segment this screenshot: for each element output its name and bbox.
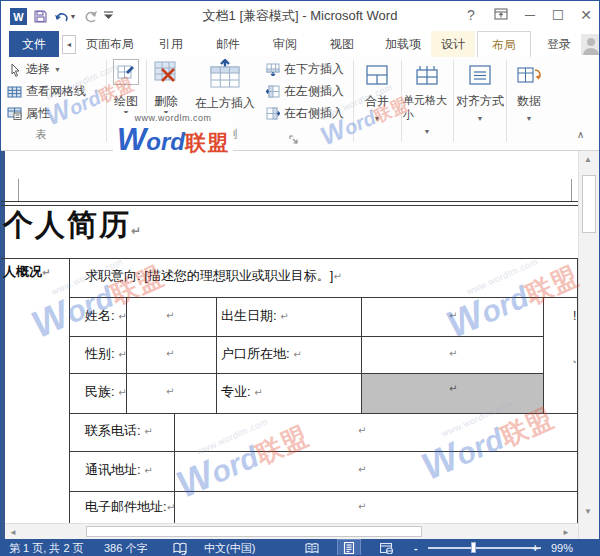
empty-cell-mark[interactable]: ↵ [166,386,174,397]
merge-button[interactable]: 合并 ▼ [356,61,398,122]
scroll-left-icon[interactable]: ◄ [9,528,17,537]
alignment-icon [469,61,491,89]
cell-size-button[interactable]: 单元格大小 ▼ [403,61,451,135]
insert-right-icon [266,107,280,120]
minimize-button[interactable]: ─ [515,1,545,29]
empty-cell-mark[interactable]: ↵ [358,464,366,475]
major-label-cell[interactable]: 专业: ↵ [221,383,263,401]
draw-table-button[interactable]: 绘图 ▼ [109,59,143,116]
zoom-slider-thumb[interactable] [471,542,476,553]
dropdown-icon: ▼ [163,110,170,116]
empty-cell-mark[interactable]: ↵ [166,348,174,359]
dropdown-icon: ▼ [424,129,431,135]
vertical-scrollbar-thumb[interactable] [582,175,596,233]
title-bar: W ▼ 文档1 [兼容模式] - Microsoft Word ? ─ ☐ ✕ [1,1,599,31]
close-button[interactable]: ✕ [571,1,600,29]
clipped-text: 、 [572,349,576,366]
empty-cell-mark[interactable]: ↵ [358,501,366,512]
clipped-text: ! [573,309,577,323]
data-button[interactable]: 数据 ▼ [509,61,549,122]
ribbon-display-options-icon[interactable] [486,1,516,29]
empty-cell-mark[interactable]: ↵ [358,425,366,436]
group-label-rows-cols: 行和列 [181,127,261,142]
insert-left-button[interactable]: 在左侧插入 [266,83,344,100]
birth-label-cell[interactable]: 出生日期: ↵ [221,307,289,325]
ribbon-tabs: 文件 ◂ 页面布局 引用 邮件 审阅 视图 加载项 设计 布局 登录 [1,31,599,57]
collapse-ribbon-icon[interactable]: ∧ [577,129,584,140]
delete-button[interactable]: 删除 ▼ [149,59,183,116]
dropdown-icon: ▼ [526,116,533,122]
scroll-right-icon[interactable]: ► [562,528,570,537]
draw-table-icon [113,59,139,85]
merge-cells-icon [366,61,388,89]
horizontal-scrollbar-thumb[interactable] [86,526,422,537]
tab-signin[interactable]: 登录 [537,31,581,57]
tab-page-layout[interactable]: 页面布局 [81,31,139,57]
empty-cell-mark[interactable]: ↵ [449,310,457,321]
insert-above-button[interactable]: 在上方插入 [187,59,263,112]
insert-below-button[interactable]: 在下方插入 [266,61,344,78]
zoom-out-button[interactable]: - [414,539,418,556]
tab-file[interactable]: 文件 [9,31,59,57]
tab-table-layout[interactable]: 布局 [477,31,531,57]
alignment-button[interactable]: 对齐方式 ▼ [456,61,504,122]
tab-references[interactable]: 引用 [150,31,192,57]
insert-below-icon [266,63,280,76]
web-layout-button[interactable] [375,540,397,556]
insert-left-icon [266,85,280,98]
help-icon[interactable]: ? [456,1,486,29]
tab-addins[interactable]: 加载项 [376,31,430,57]
section-label-cell[interactable]: 人概况↵ [3,263,50,281]
table-properties-icon [7,107,22,120]
status-bar: 第 1 页, 共 2 页 386 个字 中文(中国) - + 99% [1,539,599,556]
user-avatar[interactable] [581,34,600,55]
scroll-down-icon[interactable]: ▼ [584,507,592,516]
scroll-up-icon[interactable]: ▲ [584,155,592,164]
language-indicator[interactable]: 中文(中国) [204,539,255,556]
dialog-launcher-icon[interactable] [289,131,299,149]
ethnicity-label-cell[interactable]: 民族: ↵ [85,383,127,401]
phone-label-cell[interactable]: 联系电话: ↵ [85,422,153,440]
scroll-tabs-left-button[interactable]: ◂ [62,35,76,54]
group-label-table: 表 [19,127,63,142]
gender-label-cell[interactable]: 性别: ↵ [85,345,127,363]
empty-cell-mark[interactable]: ↵ [449,348,457,359]
view-gridlines-button[interactable]: 查看网格线 [7,83,86,100]
print-layout-button[interactable] [338,540,360,556]
delete-table-icon [153,59,179,85]
vertical-scrollbar[interactable]: ▲ ▼ [578,151,599,539]
read-mode-button[interactable] [301,540,323,556]
watermark: www.wordlm.com Word联盟 [167,405,312,504]
word-window: W ▼ 文档1 [兼容模式] - Microsoft Word ? ─ ☐ ✕ [0,0,600,556]
residence-label-cell[interactable]: 户口所在地: ↵ [221,345,302,363]
tab-mailings[interactable]: 邮件 [207,31,249,57]
table-properties-button[interactable]: 属性 [7,105,50,122]
dropdown-icon: ▼ [123,110,130,116]
horizontal-scrollbar[interactable]: ◄ ► [5,523,578,539]
insert-right-button[interactable]: 在右侧插入 [266,105,344,122]
tab-view[interactable]: 视图 [321,31,363,57]
objective-cell[interactable]: 求职意向: [描述您的理想职业或职业目标。]↵ [85,267,342,285]
dropdown-icon: ▼ [54,67,61,73]
zoom-in-button[interactable]: + [532,539,538,556]
address-label-cell[interactable]: 通讯地址: ↵ [85,461,153,479]
gridlines-icon [7,86,22,98]
table-data-icon [517,61,541,89]
document-heading[interactable]: 个人简历↵ [3,205,143,246]
document-area[interactable]: ↵ 个人简历↵ 人概况↵ 求职意向: [描述您的理想职业或职业目标。]↵ 姓名:… [1,151,600,539]
maximize-button[interactable]: ☐ [543,1,573,29]
zoom-level[interactable]: 99% [551,539,573,556]
page-indicator[interactable]: 第 1 页, 共 2 页 [9,539,84,556]
word-count[interactable]: 386 个字 [104,539,147,556]
select-button[interactable]: 选择▼ [9,61,61,78]
tab-table-design[interactable]: 设计 [431,31,475,57]
name-label-cell[interactable]: 姓名: ↵ [85,307,127,325]
empty-cell-mark[interactable]: ↵ [166,310,174,321]
cell-mark: ↵ [449,383,457,394]
proofing-status-icon[interactable] [173,542,187,556]
margin-mark [571,179,572,201]
tab-review[interactable]: 审阅 [264,31,306,57]
insert-above-icon [208,59,242,89]
email-label-cell[interactable]: 电子邮件地址:↵ [85,498,175,516]
zoom-slider-track[interactable] [428,547,541,549]
